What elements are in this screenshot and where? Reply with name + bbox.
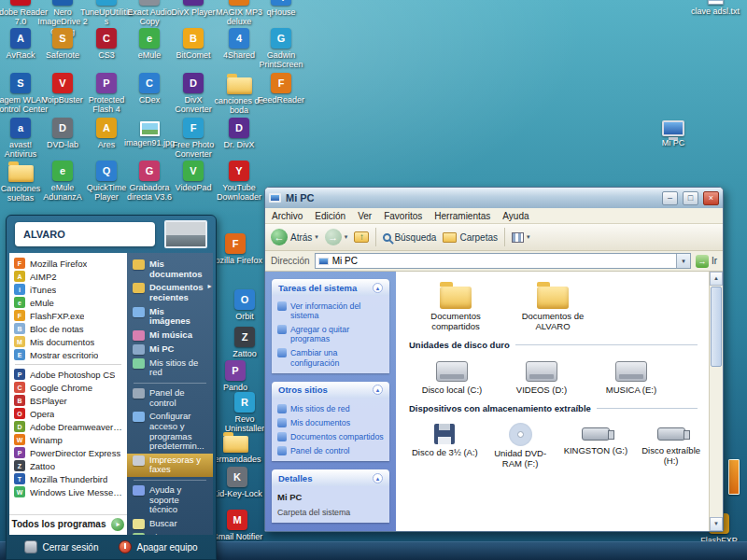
hdd-icon xyxy=(436,361,468,382)
folders-button[interactable]: Carpetas xyxy=(443,232,498,243)
desktop-icon-label: Dr. DivX xyxy=(211,140,267,149)
desktop-icon-gadwin-printscreen[interactable]: GGadwin PrintScreen xyxy=(253,28,309,70)
search-button[interactable]: Búsqueda xyxy=(383,232,436,243)
start-place-mi-pc[interactable]: Mi PC xyxy=(127,343,213,357)
menu-ver[interactable]: Ver xyxy=(358,211,372,221)
start-pinned-mis-documentos[interactable]: MMis documentos xyxy=(9,335,127,348)
scroll-track[interactable] xyxy=(710,368,723,517)
drive-row: Disco de 3½ (A:)Unidad DVD-RAM (F:)KINGS… xyxy=(409,417,707,469)
start-pinned-opera[interactable]: OOpera xyxy=(9,407,127,420)
desktop-icon-label: Gmail Notifier xyxy=(209,532,265,541)
desktop-icon-clave-adsl-txt[interactable]: clave adsl.txt xyxy=(687,0,743,16)
start-place-label: Panel de control xyxy=(149,388,207,408)
task-section-header[interactable]: Otros sitios▲ xyxy=(272,382,389,399)
start-place-panel-de-control[interactable]: Panel de control xyxy=(127,386,213,410)
scroll-up-button[interactable]: ▲ xyxy=(710,272,723,286)
start-pinned-google-chrome[interactable]: CGoogle Chrome xyxy=(9,381,127,394)
start-pinned-windows-live-messenger[interactable]: WWindows Live Messenger xyxy=(9,485,127,498)
start-pinned-label: Opera xyxy=(30,409,54,419)
task-link-ver-informaci-n-del-sistema[interactable]: Ver información del sistema xyxy=(277,301,384,320)
up-button[interactable]: ↑ xyxy=(354,231,369,243)
task-link-panel-de-control[interactable]: Panel de control xyxy=(277,446,384,455)
file-item-unidad-dvd-ram-f[interactable]: Unidad DVD-RAM (F:) xyxy=(485,417,557,469)
menu-ayuda[interactable]: Ayuda xyxy=(502,211,529,221)
task-section-header[interactable]: Tareas del sistema▲ xyxy=(272,279,389,296)
file-item-videos-d[interactable]: VIDEOS (D:) xyxy=(499,354,585,396)
task-link-agregar-o-quitar-programas[interactable]: Agregar o quitar programas xyxy=(277,325,384,343)
start-place-mi-m-sica[interactable]: Mi música xyxy=(127,329,213,343)
section-divider xyxy=(515,344,698,345)
app-icon: i xyxy=(14,284,25,295)
file-item-disco-de-3½-a[interactable]: Disco de 3½ (A:) xyxy=(409,417,481,469)
task-link-mis-sitios-de-red[interactable]: Mis sitios de red xyxy=(277,404,384,413)
menu-favoritos[interactable]: Favoritos xyxy=(384,211,422,221)
start-pinned-mozilla-thunderbird[interactable]: TMozilla Thunderbird xyxy=(9,472,127,485)
start-place-ayuda-y-soporte-t-cnico[interactable]: Ayuda y soporte técnico xyxy=(127,483,213,517)
start-pinned-adobe-dreamweaver-cs3[interactable]: DAdobe Dreamweaver CS3 xyxy=(9,420,127,433)
start-pinned-bloc-de-notas[interactable]: BBloc de notas xyxy=(9,322,127,335)
all-programs-button[interactable]: Todos los programas ▸ xyxy=(9,514,127,533)
start-place-mis-documentos[interactable]: Mis documentos xyxy=(127,258,213,281)
start-pinned-emule[interactable]: eeMule xyxy=(9,296,127,309)
folders-row: Documentos compartidosDocumentos de ALVA… xyxy=(409,279,707,332)
file-item-documentos-compartidos[interactable]: Documentos compartidos xyxy=(409,279,502,332)
avast-antivirus-icon: a xyxy=(10,118,31,138)
views-button[interactable]: ▾ xyxy=(512,232,530,243)
detail-subtitle: Carpeta del sistema xyxy=(277,508,384,517)
start-pinned-flashfxp-exe[interactable]: FFlashFXP.exe xyxy=(9,309,127,322)
menu-herramientas[interactable]: Herramientas xyxy=(434,211,490,221)
scroll-thumb[interactable] xyxy=(711,287,722,367)
toolbar-separator xyxy=(375,228,376,246)
desktop-icon-youtube-downloader[interactable]: YYouTube Downloader xyxy=(211,161,267,203)
desktop-icon-gmail-notifier[interactable]: MGmail Notifier xyxy=(209,510,265,541)
close-button[interactable]: × xyxy=(703,191,719,205)
desktop-icon-mi-pc[interactable]: Mi PC xyxy=(645,118,701,147)
go-button[interactable]: → Ir xyxy=(696,255,717,268)
start-place-mis-im-genes[interactable]: Mis imágenes xyxy=(127,305,213,329)
file-item-kingston-g[interactable]: KINGSTON (G:) xyxy=(560,417,632,469)
start-pinned-mostrar-escritorio[interactable]: EMostrar escritorio xyxy=(9,348,127,361)
start-place-configurar-acceso-y-programas-predetermin[interactable]: Configurar acceso y programas predetermi… xyxy=(127,410,213,454)
start-place-impresoras-y-faxes[interactable]: Impresoras y faxes xyxy=(127,454,213,477)
task-link-documentos-compartidos[interactable]: Documentos compartidos xyxy=(277,432,384,441)
start-pinned-itunes[interactable]: iiTunes xyxy=(9,283,127,296)
task-section-header[interactable]: Detalles▲ xyxy=(272,469,389,486)
desktop-icon-feedreader[interactable]: FFeedReader xyxy=(253,73,309,105)
menu-archivo[interactable]: Archivo xyxy=(272,211,303,221)
start-pinned-adobe-photoshop-cs[interactable]: PAdobe Photoshop CS xyxy=(9,368,127,381)
start-pinned-zattoo[interactable]: ZZattoo xyxy=(9,459,127,472)
forward-dropdown-icon[interactable]: ▾ xyxy=(345,233,348,241)
start-pinned-aimp2[interactable]: AAIMP2 xyxy=(9,270,127,283)
log-off-button[interactable]: Cerrar sesión xyxy=(24,540,98,553)
desktop-icon-dr-divx[interactable]: DDr. DivX xyxy=(211,118,267,149)
start-pinned-winamp[interactable]: WWinamp xyxy=(9,433,127,446)
scroll-down-button[interactable]: ▼ xyxy=(710,517,723,531)
file-item-musica-e[interactable]: MUSICA (E:) xyxy=(588,354,674,396)
file-item-documentos-de-alvaro[interactable]: Documentos de ALVARO xyxy=(506,279,599,332)
task-link-cambiar-una-configuraci-n[interactable]: Cambiar una configuración xyxy=(277,348,384,367)
menu-edici-n[interactable]: Edición xyxy=(315,211,345,221)
task-link-mis-documentos[interactable]: Mis documentos xyxy=(277,418,384,427)
start-place-mis-sitios-de-red[interactable]: Mis sitios de red xyxy=(127,357,213,380)
start-pinned-powerdirector-express[interactable]: PPowerDirector Express xyxy=(9,446,127,459)
start-place-buscar[interactable]: Buscar xyxy=(127,517,213,531)
start-pinned-mozilla-firefox[interactable]: FMozilla Firefox xyxy=(9,257,127,270)
back-button[interactable]: ← Atrás ▾ xyxy=(271,229,318,245)
place-icon xyxy=(133,330,145,341)
maximize-button[interactable]: □ xyxy=(683,191,698,205)
start-place-documentos-recientes[interactable]: Documentos recientes▸ xyxy=(127,281,213,304)
start-pinned-bsplayer[interactable]: BBSPlayer xyxy=(9,394,127,407)
scrollbar[interactable]: ▲ ▼ xyxy=(709,272,723,531)
forward-button[interactable]: → ▾ xyxy=(325,229,348,245)
back-dropdown-icon[interactable]: ▾ xyxy=(315,233,318,241)
desktop-icon-kid-key-lock[interactable]: KKid-Key-Lock xyxy=(209,467,265,498)
address-input[interactable]: Mi PC ▾ xyxy=(315,253,691,269)
chevron-up-icon: ▲ xyxy=(373,385,383,395)
window-titlebar[interactable]: Mi PC – □ × xyxy=(265,188,723,208)
shut-down-button[interactable]: Apagar equipo xyxy=(119,540,197,553)
desktop-icon-qhouse[interactable]: qqHouse xyxy=(253,0,309,17)
file-item-disco-extra-ble-h[interactable]: Disco extraíble (H:) xyxy=(635,417,707,469)
file-item-disco-local-c[interactable]: Disco local (C:) xyxy=(409,354,495,396)
minimize-button[interactable]: – xyxy=(662,191,678,205)
address-dropdown[interactable]: ▾ xyxy=(676,254,690,268)
